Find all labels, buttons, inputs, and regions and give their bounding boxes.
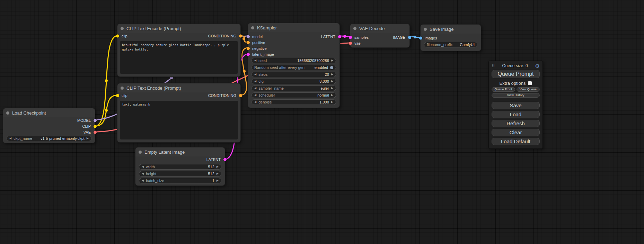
widget-value: euler — [320, 86, 329, 90]
node-title-bar[interactable]: CLIP Text Encode (Prompt) — [117, 24, 240, 33]
arrow-right-icon[interactable]: ▶ — [217, 179, 219, 182]
widget-steps[interactable]: ◀ steps 20 ▶ — [252, 72, 336, 77]
arrow-right-icon[interactable]: ▶ — [217, 165, 219, 168]
node-title-bar[interactable]: Load Checkpoint — [3, 108, 95, 117]
node-empty-latent-image[interactable]: Empty Latent Image LATENT ◀ width 512 ▶ … — [135, 147, 225, 186]
drag-handle-icon[interactable]: ⠿ — [492, 63, 495, 69]
save-button[interactable]: Save — [492, 102, 540, 109]
node-save-image[interactable]: Save Image images filename_prefix ComfyU… — [420, 24, 481, 51]
image-output-slot[interactable] — [408, 36, 411, 39]
node-title-bar[interactable]: CLIP Text Encode (Prompt) — [117, 83, 240, 92]
conditioning-output-slot[interactable] — [239, 34, 242, 37]
menu-header: ⠿ Queue size: 0 ⚙ — [492, 62, 540, 69]
settings-gear-icon[interactable]: ⚙ — [535, 63, 540, 69]
arrow-left-icon[interactable]: ◀ — [142, 165, 144, 168]
widget-width[interactable]: ◀ width 512 ▶ — [139, 164, 221, 170]
widget-denoise[interactable]: ◀ denoise 1.000 ▶ — [252, 99, 336, 105]
widget-random-seed-toggle[interactable]: Random seed after every gen enabled — [252, 65, 336, 70]
node-collapse-dot[interactable] — [353, 27, 356, 30]
arrow-right-icon[interactable]: ▶ — [331, 73, 333, 76]
node-clip-text-encode-negative[interactable]: CLIP Text Encode (Prompt) clip CONDITION… — [117, 83, 241, 143]
slot-row: vae — [350, 40, 409, 46]
refresh-button[interactable]: Refresh — [492, 120, 540, 127]
negative-prompt-textarea[interactable]: text, watermark — [120, 101, 238, 139]
widget-value: enabled — [315, 65, 328, 70]
node-collapse-dot[interactable] — [121, 27, 124, 30]
widget-height[interactable]: ◀ height 512 ▶ — [139, 171, 221, 177]
latent-output-slot[interactable] — [338, 35, 341, 38]
widget-value: 512 — [208, 165, 214, 169]
node-vae-decode[interactable]: VAE Decode samples IMAGE vae — [350, 24, 410, 48]
clip-input-slot[interactable] — [116, 94, 119, 97]
positive-prompt-textarea[interactable]: beautiful scenery nature glass bottle la… — [120, 41, 238, 74]
latent-output-label: LATENT — [321, 35, 335, 39]
model-output-slot[interactable] — [94, 119, 97, 122]
conditioning-output-label: CONDITIONING — [208, 93, 236, 98]
node-title-bar[interactable]: VAE Decode — [350, 24, 409, 33]
node-collapse-dot[interactable] — [6, 111, 9, 115]
node-title-bar[interactable]: KSampler — [248, 23, 339, 32]
load-button[interactable]: Load — [492, 111, 540, 118]
node-title: Empty Latent Image — [144, 150, 185, 155]
arrow-left-icon[interactable]: ◀ — [254, 87, 256, 90]
slot-row: MODEL — [3, 117, 95, 123]
arrow-left-icon[interactable]: ◀ — [142, 172, 144, 175]
samples-input-slot[interactable] — [349, 36, 352, 39]
latent-output-slot[interactable] — [223, 158, 227, 161]
arrow-left-icon[interactable]: ◀ — [254, 80, 256, 83]
arrow-right-icon[interactable]: ▶ — [331, 87, 333, 90]
node-title-bar[interactable]: Empty Latent Image — [135, 147, 225, 156]
extra-options-row: Extra options — [492, 81, 540, 85]
load-default-button[interactable]: Load Default — [492, 138, 540, 145]
arrow-left-icon[interactable]: ◀ — [254, 101, 256, 103]
queue-front-button[interactable]: Queue Front — [492, 87, 515, 92]
arrow-right-icon[interactable]: ▶ — [331, 59, 333, 62]
node-load-checkpoint[interactable]: Load Checkpoint MODEL CLIP VAE ◀ ckpt_na… — [3, 108, 95, 143]
slot-row: latent_image — [248, 51, 339, 57]
node-collapse-dot[interactable] — [139, 151, 142, 154]
view-history-button[interactable]: View History — [492, 93, 540, 98]
view-queue-button[interactable]: View Queue — [517, 87, 540, 92]
positive-input-slot[interactable] — [247, 41, 250, 44]
widget-seed[interactable]: ◀ seed 156680208700286 ▶ — [252, 58, 336, 63]
model-input-slot[interactable] — [247, 35, 250, 38]
arrow-right-icon[interactable]: ▶ — [331, 101, 333, 103]
arrow-left-icon[interactable]: ◀ — [142, 179, 144, 182]
clip-output-slot[interactable] — [94, 125, 97, 128]
node-ksampler[interactable]: KSampler model LATENT positive negative … — [248, 23, 340, 108]
widget-cfg[interactable]: ◀ cfg 8.000 ▶ — [252, 79, 336, 84]
slot-row: clip CONDITIONING — [117, 33, 240, 39]
negative-input-slot[interactable] — [247, 47, 250, 50]
arrow-left-icon[interactable]: ◀ — [254, 73, 256, 76]
widget-sampler-name[interactable]: ◀ sampler_name euler ▶ — [252, 85, 336, 91]
widget-ckpt-name[interactable]: ◀ ckpt_name v1-5-pruned-emaonly.ckpt ▶ — [7, 136, 91, 141]
conditioning-output-slot[interactable] — [239, 94, 242, 97]
node-collapse-dot[interactable] — [121, 87, 124, 90]
node-clip-text-encode-positive[interactable]: CLIP Text Encode (Prompt) clip CONDITION… — [117, 24, 241, 77]
arrow-right-icon[interactable]: ▶ — [331, 80, 333, 83]
arrow-right-icon[interactable]: ▶ — [331, 94, 333, 97]
vae-output-slot[interactable] — [94, 130, 97, 134]
extra-options-checkbox[interactable] — [528, 81, 532, 85]
latent-image-input-slot[interactable] — [247, 53, 250, 56]
node-collapse-dot[interactable] — [251, 26, 254, 29]
queue-prompt-button[interactable]: Queue Prompt — [492, 70, 540, 78]
negative-input-label: negative — [252, 46, 267, 51]
node-collapse-dot[interactable] — [424, 28, 427, 31]
node-title: VAE Decode — [359, 26, 385, 31]
arrow-left-icon[interactable]: ◀ — [254, 59, 256, 62]
arrow-left-icon[interactable]: ◀ — [254, 94, 256, 97]
arrow-left-icon[interactable]: ◀ — [9, 137, 11, 140]
images-input-slot[interactable] — [419, 36, 422, 39]
clip-input-slot[interactable] — [116, 34, 119, 37]
arrow-right-icon[interactable]: ▶ — [217, 172, 219, 175]
arrow-right-icon[interactable]: ▶ — [87, 137, 89, 140]
widget-name: denoise — [258, 100, 272, 104]
node-title-bar[interactable]: Save Image — [421, 25, 481, 34]
vae-input-slot[interactable] — [349, 42, 352, 45]
widget-filename-prefix[interactable]: filename_prefix ComfyUI — [424, 42, 477, 47]
widget-batch-size[interactable]: ◀ batch_size 1 ▶ — [139, 178, 221, 183]
widget-scheduler[interactable]: ◀ scheduler normal ▶ — [252, 92, 336, 98]
clear-button[interactable]: Clear — [492, 129, 540, 136]
widget-name: batch_size — [146, 179, 164, 183]
